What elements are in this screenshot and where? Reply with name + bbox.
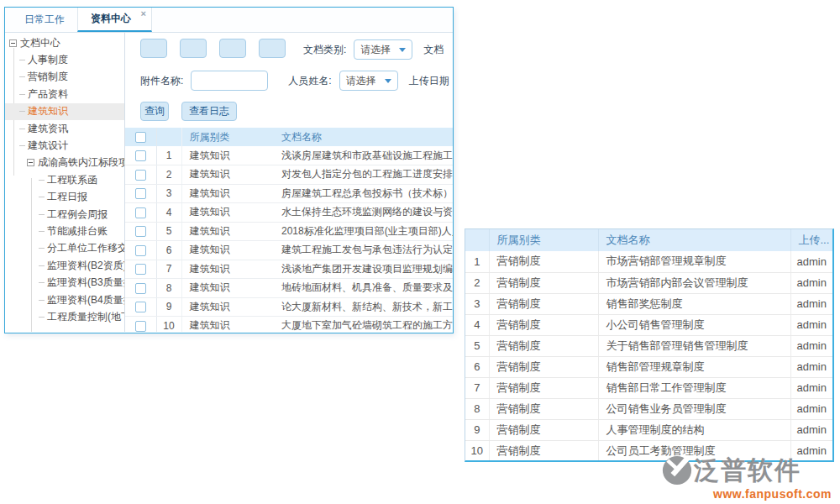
tree-node-project[interactable]: 成渝高铁内江标段项目	[5, 155, 124, 171]
toolbar-button[interactable]	[140, 39, 167, 58]
select-all-checkbox[interactable]	[135, 132, 146, 143]
tree-connector	[19, 145, 25, 146]
table-row[interactable]: 9 营销制度 人事管理制度的结构 admin	[465, 419, 832, 440]
toolbar-button[interactable]	[219, 39, 246, 58]
row-index: 4	[465, 314, 489, 335]
tree-item[interactable]: 建筑知识	[5, 103, 124, 120]
row-uploader: admin	[790, 377, 832, 398]
attachment-name-input[interactable]	[191, 71, 268, 91]
collapse-icon[interactable]	[9, 39, 17, 47]
tab-daily-work[interactable]: 日常工作	[12, 8, 77, 32]
row-doc-name: 房屋建筑工程总承包投标书（技术标）...	[274, 184, 453, 203]
table-row[interactable]: 5 建筑知识 2018标准化监理项目部(业主项目部)人员...	[125, 222, 453, 241]
view-log-button[interactable]: 查看日志	[181, 102, 237, 121]
tree-item[interactable]: 产品资料	[5, 86, 124, 102]
tree-item[interactable]: 工程例会周报	[5, 206, 124, 223]
row-doc-name: 公司销售业务员管理制度	[598, 398, 790, 419]
brand-url: www.fanpusoft.com	[713, 487, 832, 501]
table-row[interactable]: 7 建筑知识 浅谈地产集团开发建设项目监理规划编...	[125, 260, 453, 279]
person-name-select[interactable]: 请选择	[339, 71, 398, 91]
tree-item[interactable]: 分工单位工作移交	[5, 240, 124, 257]
documents-table: 所属别类 文档名称 1 建筑知识 浅谈房屋建筑和市政基础设施工程施工... 2 …	[125, 128, 453, 332]
row-index: 9	[465, 419, 489, 440]
tree-item[interactable]: 建筑设计	[5, 137, 124, 154]
table-row[interactable]: 1 营销制度 市场营销部管理规章制度 admin	[465, 251, 832, 272]
row-doc-name: 小公司销售管理制度	[598, 314, 790, 335]
row-index: 6	[465, 356, 489, 377]
collapse-icon[interactable]	[27, 159, 34, 166]
row-doc-name: 论大厦新材料、新结构、新技术，新工...	[274, 297, 453, 317]
tree-connector	[39, 180, 45, 181]
table-row[interactable]: 2 营销制度 市场营销部内部会议管理制度 admin	[465, 272, 832, 293]
row-checkbox[interactable]	[135, 188, 146, 199]
tree-connector	[19, 111, 25, 112]
row-checkbox[interactable]	[135, 283, 146, 294]
row-checkbox[interactable]	[135, 207, 146, 218]
row-doc-name: 销售部奖惩制度	[598, 293, 790, 314]
chevron-down-icon	[399, 48, 406, 52]
tree-item[interactable]: 监理资料(B2资质)	[5, 257, 124, 274]
row-checkbox[interactable]	[135, 245, 146, 256]
tree-connector	[39, 197, 45, 197]
table-row[interactable]: 5 营销制度 关于销售部管理销售管理制度 admin	[465, 335, 832, 356]
row-checkbox[interactable]	[135, 150, 146, 161]
row-index: 2	[465, 272, 489, 293]
tree-item[interactable]: 人事制度	[5, 51, 124, 68]
tab-data-center[interactable]: 资料中心 ×	[77, 8, 152, 32]
row-category: 营销制度	[489, 251, 598, 272]
row-index: 1	[465, 251, 489, 272]
doc-type-label: 文档类别:	[303, 43, 346, 57]
row-index: 2	[156, 165, 181, 185]
row-checkbox[interactable]	[135, 302, 146, 312]
table-row[interactable]: 3 建筑知识 房屋建筑工程总承包投标书（技术标）...	[125, 184, 453, 203]
tree-item[interactable]: 节能减排台账	[5, 223, 124, 239]
doc-type-select[interactable]: 请选择	[354, 39, 412, 60]
query-button[interactable]: 查询	[140, 102, 169, 121]
tree-item-label: 工程质量控制(地下室)	[47, 310, 125, 324]
tree-project-label: 成渝高铁内江标段项目	[38, 155, 125, 170]
row-doc-name: 市场营销部内部会议管理制度	[598, 272, 790, 293]
row-category: 营销制度	[489, 335, 598, 356]
table-row[interactable]: 6 建筑知识 建筑工程施工发包与承包违法行为认定...	[125, 241, 453, 260]
table-row[interactable]: 1 建筑知识 浅谈房屋建筑和市政基础设施工程施工...	[125, 146, 453, 165]
table-row[interactable]: 8 营销制度 公司销售业务员管理制度 admin	[465, 398, 832, 419]
tree-item[interactable]: 工程日报	[5, 189, 124, 206]
table-row[interactable]: 9 建筑知识 论大厦新材料、新结构、新技术，新工...	[125, 297, 453, 317]
table-row[interactable]: 4 营销制度 小公司销售管理制度 admin	[465, 314, 832, 335]
table-row[interactable]: 2 建筑知识 对发包人指定分包的工程施工进度安排...	[125, 165, 453, 185]
row-category: 营销制度	[489, 398, 598, 419]
row-doc-name: 水土保持生态环境监测网络的建设与资...	[274, 203, 453, 223]
row-checkbox[interactable]	[135, 321, 146, 332]
row-checkbox[interactable]	[135, 264, 146, 275]
tree-item[interactable]: 建筑资讯	[5, 120, 124, 137]
tree-item[interactable]: 工程联系函	[5, 171, 124, 188]
row-category: 建筑知识	[181, 241, 274, 260]
tree-item[interactable]: 营销制度	[5, 69, 124, 86]
fanpu-logo-icon	[662, 455, 692, 486]
policy-table: 所属别类 文档名称 上传... 1 营销制度 市场营销部管理规章制度 admin…	[465, 229, 832, 462]
tree-item-label: 营销制度	[28, 70, 68, 84]
row-checkbox[interactable]	[135, 226, 146, 237]
tree-item[interactable]: 工程质量控制(地下室)	[5, 308, 124, 325]
row-index: 9	[156, 297, 181, 317]
tree-item-label: 监理资料(B3质量控制)	[47, 276, 125, 290]
row-doc-name: 建筑工程施工发包与承包违法行为认定...	[274, 241, 453, 260]
tree-item-label: 建筑设计	[28, 139, 68, 153]
table-row[interactable]: 10 建筑知识 大厦地下室加气砼墙砌筑工程的施工方...	[125, 317, 453, 333]
table-row[interactable]: 4 建筑知识 水土保持生态环境监测网络的建设与资...	[125, 203, 453, 223]
row-checkbox[interactable]	[135, 170, 146, 181]
table-row[interactable]: 6 营销制度 销售部管理规章制度 admin	[465, 356, 832, 377]
tree-item-label: 监理资料(B2资质)	[47, 259, 125, 273]
table-row[interactable]: 7 营销制度 销售部日常工作管理制度 admin	[465, 377, 832, 398]
tab-close-icon[interactable]: ×	[141, 9, 146, 18]
row-category: 建筑知识	[181, 184, 274, 203]
toolbar-button[interactable]	[180, 39, 207, 58]
tree-item[interactable]: 监理资料(B4质量控制)	[5, 291, 124, 308]
tree-root-document-center[interactable]: 文档中心	[5, 34, 124, 51]
table-row[interactable]: 8 建筑知识 地砖地面材料、机具准备、质量要求及...	[125, 279, 453, 298]
tree-item[interactable]: 监理资料(B3质量控制)	[5, 274, 124, 291]
query-actions: 查询 查看日志	[125, 102, 453, 121]
chevron-down-icon	[385, 79, 391, 83]
table-row[interactable]: 3 营销制度 销售部奖惩制度 admin	[465, 293, 832, 314]
toolbar-button[interactable]	[259, 39, 286, 58]
